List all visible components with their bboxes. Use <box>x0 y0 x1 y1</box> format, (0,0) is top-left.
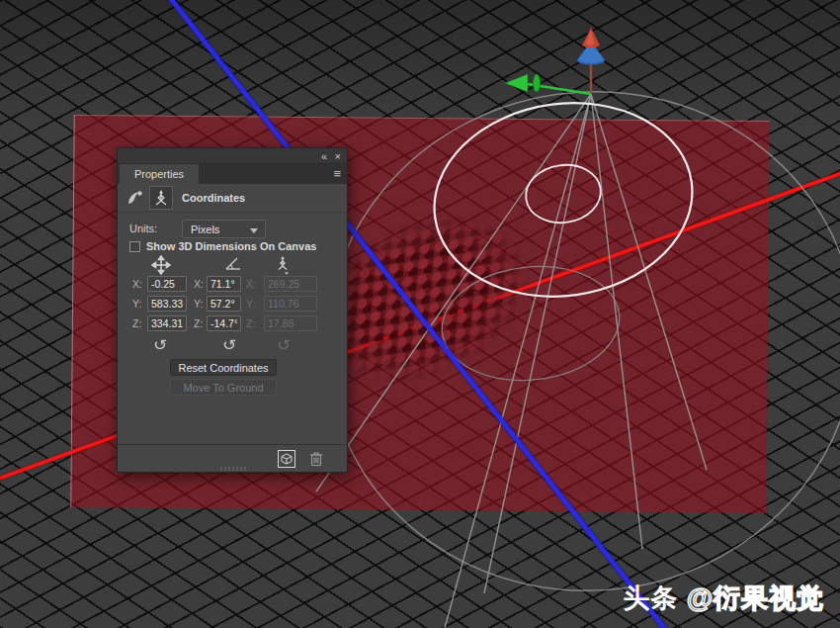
3d-move-widget[interactable] <box>505 28 605 94</box>
watermark: 头条 @衍果视觉 <box>623 581 824 616</box>
panel-resize-grip[interactable] <box>220 467 246 471</box>
axis-label: Z: <box>132 317 141 329</box>
watermark-brand: 头条 <box>623 583 678 613</box>
axis-label: X: <box>132 278 142 290</box>
spotlight-outer-ring[interactable] <box>422 87 705 314</box>
trash-icon[interactable] <box>309 451 323 467</box>
position-y-field[interactable] <box>147 296 187 312</box>
rotation-x-field[interactable] <box>207 276 241 292</box>
axis-label: Z: <box>194 317 203 329</box>
scale-icon <box>274 255 292 275</box>
close-panel-icon[interactable]: × <box>335 149 341 163</box>
units-label: Units: <box>129 223 157 234</box>
reset-position-icon[interactable]: ↺ <box>153 336 167 354</box>
tab-label: Properties <box>134 168 184 180</box>
light-cone-lines <box>316 94 707 628</box>
y-arrow-head[interactable] <box>505 74 528 92</box>
cube-icon <box>281 453 293 465</box>
coords-row-z: Z: Z: Z: <box>118 315 347 331</box>
panel-menu-icon[interactable]: ≡ <box>333 166 341 181</box>
light-outer-ellipse[interactable] <box>294 57 840 625</box>
panel-header: Coordinates <box>118 184 347 213</box>
photoshop-3d-viewport: 头条 @衍果视觉 « × Properties ≡ <box>0 0 840 628</box>
reset-rotation-icon[interactable]: ↺ <box>222 336 236 354</box>
scale-z-field <box>264 315 317 331</box>
panel-tab-bar: Properties ≡ <box>118 164 347 184</box>
move-to-ground-label: Move To Ground <box>183 382 263 394</box>
coordinates-mode-button[interactable] <box>149 186 173 210</box>
scale-y-field <box>264 296 317 312</box>
axis-label: X: <box>246 278 256 290</box>
units-row: Units: Pixels <box>118 220 347 239</box>
reset-scale-icon: ↺ <box>277 336 291 354</box>
axis-label: X: <box>194 278 204 290</box>
panel-group-bar: « × <box>118 148 347 164</box>
rotate-icon <box>224 255 242 271</box>
move-to-ground-button: Move To Ground <box>170 379 277 396</box>
collapse-panel-icon[interactable]: « <box>321 149 327 163</box>
units-value: Pixels <box>191 224 219 235</box>
reset-icons-row: ↺ ↺ ↺ <box>118 336 347 356</box>
3d-scene-icon[interactable] <box>126 189 145 207</box>
show-3d-dimensions-checkbox[interactable] <box>129 241 140 252</box>
properties-panel: « × Properties ≡ <box>117 147 348 473</box>
watermark-handle: @衍果视觉 <box>687 583 824 613</box>
axis-label: Y: <box>132 298 141 310</box>
rotation-z-field[interactable] <box>207 315 241 331</box>
panel-bottom-bar <box>118 444 347 472</box>
panel-title: Coordinates <box>182 192 245 204</box>
reset-coordinates-button[interactable]: Reset Coordinates <box>170 359 277 376</box>
show-3d-dimensions-label: Show 3D Dimensions On Canvas <box>146 240 316 252</box>
transform-icons-row <box>118 255 347 275</box>
scale-x-field <box>264 276 317 292</box>
reset-coordinates-label: Reset Coordinates <box>178 362 268 374</box>
axis-label: Y: <box>246 298 255 310</box>
y-arrow-disc <box>534 74 541 92</box>
coords-row-x: X: X: X: <box>118 276 347 292</box>
show-dims-row: Show 3D Dimensions On Canvas <box>118 240 347 256</box>
axis-label: Y: <box>194 298 203 310</box>
tab-properties[interactable]: Properties <box>120 164 199 184</box>
rotation-y-field[interactable] <box>207 296 241 312</box>
units-dropdown[interactable]: Pixels <box>182 220 266 238</box>
toggle-3d-view-button[interactable] <box>278 450 295 468</box>
chevron-down-icon <box>250 228 258 233</box>
axis-label: Z: <box>246 317 255 329</box>
position-x-field[interactable] <box>147 276 187 292</box>
coords-row-y: Y: Y: Y: <box>118 296 347 312</box>
move-icon <box>151 255 171 275</box>
coordinates-icon <box>153 189 169 207</box>
position-z-field[interactable] <box>147 315 187 331</box>
